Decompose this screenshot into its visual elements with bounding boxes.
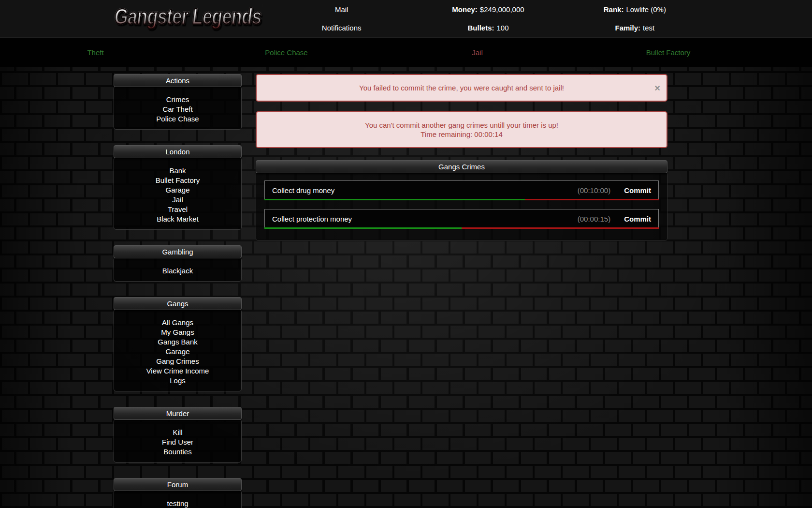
sidebar-item-logs[interactable]: Logs [114,376,241,386]
crime-progress-fill [264,227,462,229]
alert-text-line1: You can't commit another gang crimes unt… [278,120,645,130]
panel-header-gangs: Gangs [114,297,242,310]
sidebar-item-travel[interactable]: Travel [114,205,241,214]
header: Gangster Legends Mail Notifications Mone… [0,0,812,37]
panel-header-gambling: Gambling [114,245,242,258]
panel-header-actions: Actions [114,74,242,87]
sidebar: Actions Crimes Car Theft Police Chase Lo… [114,74,242,508]
nav-item-theft[interactable]: Theft [0,48,191,57]
sidebar-item-kill[interactable]: Kill [114,428,241,437]
header-stats: Mail Notifications Money: $249,000,000 B… [268,0,708,37]
sidebar-panel-murder: Murder Kill Find User Bounties [114,407,242,463]
gangs-crimes-panel: Gangs Crimes Collect drug money (00:10:0… [256,160,667,241]
family-value: test [643,24,654,32]
panel-body-gambling: Blackjack [114,257,242,282]
main-nav: Theft Police Chase Jail Bullet Factory [0,37,812,67]
bullets-stat: Bullets: 100 [415,18,561,37]
header-col-links: Mail Notifications [268,0,415,37]
sidebar-item-all-gangs[interactable]: All Gangs [114,318,241,328]
sidebar-item-crimes[interactable]: Crimes [114,95,241,105]
crime-timer: (00:00:15) [578,215,610,223]
rank-stat: Rank: Lowlife (0%) [562,0,708,18]
commit-button[interactable]: Commit [624,186,651,194]
panel-header-london: London [114,145,242,158]
family-stat: Family: test [562,18,708,37]
rank-value: Lowlife (0%) [626,5,666,14]
sidebar-item-gangs-garage[interactable]: Garage [114,347,241,357]
panel-body-actions: Crimes Car Theft Police Chase [114,86,242,130]
panel-header-murder: Murder [114,407,242,420]
rank-label: Rank: [604,5,624,14]
gangs-crimes-title: Gangs Crimes [256,160,667,173]
mail-link[interactable]: Mail [335,5,348,14]
notifications-link[interactable]: Notifications [322,24,362,32]
alert-crime-failed: You failed to commit the crime, you were… [256,74,667,102]
family-label: Family: [615,24,640,32]
header-col-rank: Rank: Lowlife (0%) Family: test [562,0,708,37]
commit-button[interactable]: Commit [624,215,651,223]
panel-body-forum: testing [114,490,242,508]
alert-gang-crime-timer: You can't commit another gang crimes unt… [256,111,667,148]
sidebar-panel-london: London Bank Bullet Factory Garage Jail T… [114,145,242,230]
close-icon[interactable]: × [654,83,660,93]
crime-progress-bar [264,227,659,229]
nav-item-bullet-factory[interactable]: Bullet Factory [573,48,764,57]
sidebar-item-gangs-bank[interactable]: Gangs Bank [114,337,241,347]
money-label: Money: [452,5,478,14]
sidebar-panel-forum: Forum testing [114,478,242,508]
panel-header-forum: Forum [114,478,242,491]
sidebar-item-gang-crimes[interactable]: Gang Crimes [114,357,241,366]
crime-name: Collect protection money [272,215,578,223]
crime-progress-bar [264,199,659,200]
bullets-value: 100 [496,24,508,32]
panel-body-gangs: All Gangs My Gangs Gangs Bank Garage Gan… [114,309,242,391]
bullets-label: Bullets: [467,24,494,32]
main-content: You failed to commit the crime, you were… [256,74,667,241]
sidebar-item-police-chase[interactable]: Police Chase [114,114,241,124]
page-layout: Actions Crimes Car Theft Police Chase Lo… [114,74,667,508]
gangs-crimes-body: Collect drug money (00:10:00) Commit Col… [256,172,667,241]
sidebar-item-blackjack[interactable]: Blackjack [114,266,241,276]
sidebar-item-jail[interactable]: Jail [114,195,241,205]
sidebar-item-view-crime-income[interactable]: View Crime Income [114,366,241,376]
sidebar-panel-gambling: Gambling Blackjack [114,245,242,282]
nav-item-jail[interactable]: Jail [382,48,573,57]
sidebar-panel-actions: Actions Crimes Car Theft Police Chase [114,74,242,130]
money-value: $249,000,000 [480,5,524,14]
sidebar-item-car-theft[interactable]: Car Theft [114,105,241,114]
alert-text: You failed to commit the crime, you were… [278,83,645,92]
sidebar-item-my-gangs[interactable]: My Gangs [114,328,241,337]
crime-row-collect-protection-money: Collect protection money (00:00:15) Comm… [264,209,659,228]
panel-body-london: Bank Bullet Factory Garage Jail Travel B… [114,157,242,230]
sidebar-item-bank[interactable]: Bank [114,166,241,176]
panel-body-murder: Kill Find User Bounties [114,419,242,463]
sidebar-item-bullet-factory[interactable]: Bullet Factory [114,176,241,185]
crime-progress-fill [264,199,525,200]
sidebar-item-bounties[interactable]: Bounties [114,447,241,457]
alert-text-line2: Time remaining: 00:00:14 [278,130,645,139]
money-stat: Money: $249,000,000 [415,0,561,18]
sidebar-panel-gangs: Gangs All Gangs My Gangs Gangs Bank Gara… [114,297,242,391]
sidebar-item-find-user[interactable]: Find User [114,437,241,447]
crime-timer: (00:10:00) [578,186,610,194]
logo: Gangster Legends [113,4,263,30]
sidebar-item-black-market[interactable]: Black Market [114,214,241,224]
nav-item-police-chase[interactable]: Police Chase [191,48,382,57]
sidebar-item-garage[interactable]: Garage [114,185,241,195]
crime-name: Collect drug money [272,186,578,194]
sidebar-item-testing[interactable]: testing [114,499,241,508]
header-col-money: Money: $249,000,000 Bullets: 100 [415,0,561,37]
crime-row-collect-drug-money: Collect drug money (00:10:00) Commit [264,180,659,200]
